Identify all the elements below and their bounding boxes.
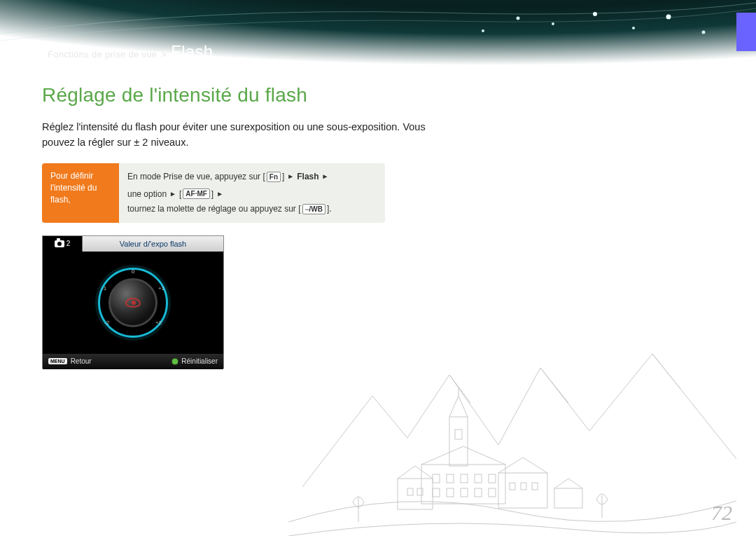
- svg-rect-11: [398, 479, 433, 509]
- svg-rect-24: [417, 488, 423, 495]
- svg-rect-27: [532, 483, 538, 490]
- svg-rect-22: [489, 488, 496, 497]
- svg-rect-16: [475, 474, 482, 483]
- lcd-footer: MENU Retour Réinitialiser: [43, 354, 223, 369]
- svg-rect-19: [447, 488, 454, 497]
- instruction-row: Pour définir l'intensité du flash, En mo…: [42, 163, 385, 223]
- instruction-label: Pour définir l'intensité du flash,: [42, 163, 119, 223]
- arrow-icon: ►: [321, 171, 330, 182]
- page-title: Réglage de l'intensité du flash: [42, 84, 434, 106]
- fn-key: Fn: [267, 172, 281, 182]
- dial-center: [108, 278, 158, 327]
- svg-rect-28: [554, 488, 582, 508]
- tick-minus1: -1: [102, 285, 106, 291]
- flash-label: Flash: [297, 170, 318, 184]
- svg-rect-10: [421, 465, 505, 504]
- lcd-header: 2 Valeur d/'expo flash: [43, 236, 223, 252]
- svg-rect-7: [449, 417, 468, 466]
- svg-point-6: [482, 29, 484, 32]
- svg-rect-14: [447, 474, 454, 483]
- svg-point-2: [593, 12, 597, 16]
- wb-key: ⏤/WB: [302, 204, 326, 214]
- tick-0: 0: [132, 268, 134, 275]
- afmf-key: AF·MF: [183, 188, 210, 199]
- svg-rect-13: [433, 474, 440, 483]
- svg-point-5: [702, 31, 706, 34]
- svg-rect-17: [489, 474, 496, 483]
- tick-plus1: +1: [158, 285, 164, 291]
- camera-lcd: 2 Valeur d/'expo flash 0 -1 +1 -2 +2 MEN…: [42, 235, 224, 369]
- back-label: Retour: [71, 357, 92, 365]
- camera-icon: [55, 240, 64, 247]
- mode-suffix: 2: [66, 240, 71, 247]
- page-number: 72: [711, 501, 732, 525]
- breadcrumb: Fonctions de prise de vue > Flash: [48, 42, 213, 62]
- lcd-mode: 2: [43, 236, 82, 252]
- svg-point-3: [632, 27, 635, 29]
- redeye-icon: [125, 298, 141, 308]
- instruction-body: En mode Prise de vue, appuyez sur [Fn] ►…: [119, 163, 385, 223]
- svg-rect-9: [455, 430, 462, 439]
- svg-point-4: [666, 15, 671, 20]
- svg-rect-15: [461, 474, 468, 483]
- svg-rect-20: [461, 488, 468, 497]
- svg-rect-18: [433, 488, 440, 497]
- svg-point-1: [552, 22, 554, 25]
- tick-plus2: +2: [155, 319, 162, 326]
- landscape-illustration: [288, 312, 736, 536]
- arrow-icon: ►: [286, 171, 295, 182]
- breadcrumb-current: Flash: [171, 42, 213, 62]
- breadcrumb-sep: >: [161, 49, 167, 60]
- side-tab: [736, 13, 756, 51]
- lcd-title: Valeur d/'expo flash: [82, 236, 223, 252]
- arrow-icon: ►: [168, 188, 178, 200]
- exposure-dial[interactable]: 0 -1 +1 -2 +2: [98, 268, 168, 338]
- svg-point-0: [517, 17, 520, 20]
- reset-label: Réinitialiser: [181, 357, 218, 365]
- dial-area: 0 -1 +1 -2 +2: [43, 252, 223, 354]
- green-dot-icon: [172, 359, 178, 364]
- menu-button-icon: MENU: [48, 358, 67, 364]
- svg-rect-26: [521, 483, 526, 490]
- svg-rect-21: [475, 488, 482, 497]
- svg-rect-23: [407, 488, 413, 495]
- arrow-icon: ►: [215, 188, 225, 200]
- breadcrumb-section: Fonctions de prise de vue: [48, 49, 157, 60]
- intro-text: Réglez l'intensité du flash pour éviter …: [42, 119, 434, 151]
- tick-minus2: -2: [104, 319, 109, 326]
- svg-rect-25: [510, 483, 515, 490]
